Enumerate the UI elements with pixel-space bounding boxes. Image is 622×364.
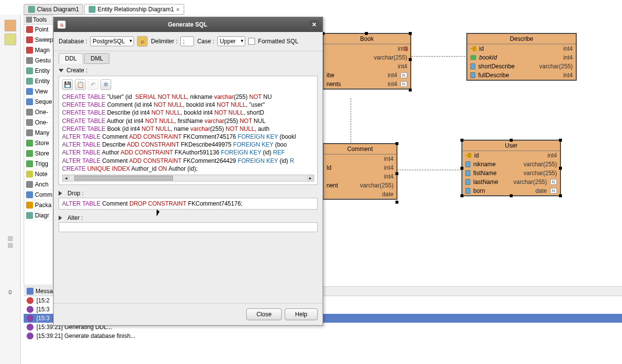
tool-label: View bbox=[35, 88, 48, 95]
horizontal-scrollbar[interactable]: ◂ ▸ bbox=[62, 175, 314, 182]
formatted-checkbox[interactable] bbox=[248, 38, 255, 45]
column-type: varchar(255) bbox=[513, 179, 547, 185]
close-button[interactable]: Close bbox=[246, 308, 282, 320]
tool-item[interactable]: Magn bbox=[24, 45, 53, 56]
alter-sql-textarea[interactable] bbox=[59, 222, 318, 232]
sidebar-icon[interactable] bbox=[4, 20, 16, 31]
copy-icon[interactable]: 📋 bbox=[75, 79, 86, 90]
entity-column[interactable]: nentsint4N bbox=[324, 80, 410, 89]
drop-sql-textarea[interactable]: ALTER TABLE Comment DROP CONSTRAINT FKCo… bbox=[59, 198, 318, 210]
entity-column[interactable]: nentvarchar(255) bbox=[324, 181, 396, 190]
tool-item[interactable]: Diagr bbox=[24, 211, 53, 221]
column-name: bookId bbox=[479, 54, 560, 61]
resize-handle[interactable] bbox=[409, 58, 412, 61]
dialog-titlebar[interactable]: ♨ Generate SQL ✕ bbox=[54, 17, 323, 32]
tool-item[interactable]: Anch bbox=[24, 180, 53, 190]
tool-item[interactable]: Sweep bbox=[24, 35, 53, 45]
resize-handle[interactable] bbox=[559, 194, 562, 197]
entity-column[interactable]: int4 bbox=[324, 44, 410, 53]
tool-item[interactable]: Entity bbox=[24, 76, 53, 87]
resize-handle[interactable] bbox=[510, 139, 513, 142]
tool-item[interactable]: View bbox=[24, 87, 53, 97]
entity-column[interactable]: int4 bbox=[324, 172, 396, 181]
resize-handle[interactable] bbox=[395, 201, 398, 204]
tool-item[interactable]: Entity bbox=[24, 66, 53, 76]
tab-class-diagram[interactable]: Class Diagram1 bbox=[24, 4, 83, 15]
tool-item[interactable]: Store bbox=[24, 149, 53, 159]
entity-column[interactable]: varchar(255) bbox=[324, 53, 410, 62]
db-icon-button[interactable]: ⌕ bbox=[137, 36, 148, 47]
resize-handle[interactable] bbox=[559, 167, 562, 170]
resize-handle[interactable] bbox=[460, 167, 463, 170]
scroll-left-icon[interactable]: ◂ bbox=[63, 175, 69, 181]
close-icon[interactable]: ✕ bbox=[310, 20, 319, 29]
scroll-thumb[interactable] bbox=[74, 176, 173, 181]
entity-column[interactable]: int4 bbox=[324, 154, 396, 163]
create-sql-textarea[interactable]: CREATE TABLE "User" (id SERIAL NOT NULL,… bbox=[62, 93, 314, 173]
entity-describe[interactable]: Describe idint4bookIdint4shortDescribeva… bbox=[467, 33, 576, 80]
save-icon[interactable]: 💾 bbox=[62, 79, 73, 90]
tool-label: Sweep bbox=[35, 36, 53, 43]
tool-item[interactable]: Store bbox=[24, 138, 53, 149]
tool-item[interactable]: Gestu bbox=[24, 56, 53, 66]
tool-item[interactable]: Point bbox=[24, 25, 53, 35]
entity-column[interactable]: Idint4 bbox=[324, 163, 396, 172]
entity-column[interactable]: idint4 bbox=[462, 151, 560, 160]
chevron-right-icon[interactable] bbox=[59, 191, 65, 196]
tool-item[interactable]: Many bbox=[24, 128, 53, 138]
sidebar-icon[interactable] bbox=[8, 243, 13, 248]
case-combo[interactable]: Upper bbox=[217, 36, 245, 46]
database-combo[interactable]: PostgreSQL bbox=[90, 36, 134, 46]
tool-item[interactable]: Note bbox=[24, 169, 53, 180]
column-icon bbox=[465, 188, 470, 194]
entity-column[interactable]: niknamevarchar(255) bbox=[462, 160, 560, 169]
resize-handle[interactable] bbox=[460, 139, 463, 142]
case-label: Case : bbox=[197, 38, 214, 45]
tab-dml[interactable]: DML bbox=[84, 53, 109, 64]
tab-er-diagram[interactable]: Entity Relationship Diagram1 ✕ bbox=[84, 4, 184, 15]
tool-item[interactable]: Trigg bbox=[24, 159, 53, 169]
resize-handle[interactable] bbox=[559, 139, 562, 142]
entity-book[interactable]: Book int4varchar(255)int4ibeint4Nnentsin… bbox=[323, 33, 411, 89]
resize-handle[interactable] bbox=[409, 32, 412, 35]
resize-handle[interactable] bbox=[460, 194, 463, 197]
entity-column[interactable]: date bbox=[324, 190, 396, 199]
column-name: Id bbox=[327, 164, 381, 171]
tool-item[interactable]: One- bbox=[24, 118, 53, 128]
entity-column[interactable]: fistNamevarchar(255) bbox=[462, 169, 560, 178]
entity-user[interactable]: User idint4niknamevarchar(255)fistNameva… bbox=[462, 140, 560, 196]
chevron-right-icon[interactable] bbox=[59, 215, 65, 220]
tool-item[interactable]: Packa bbox=[24, 200, 53, 211]
tool-label: Entity bbox=[35, 78, 50, 85]
column-type: int4 bbox=[563, 54, 573, 61]
entity-column[interactable]: lastNamevarchar(255)N bbox=[462, 178, 560, 186]
entity-column[interactable]: ibeint4N bbox=[324, 71, 410, 80]
resize-handle[interactable] bbox=[365, 32, 368, 35]
close-icon[interactable]: ✕ bbox=[176, 7, 180, 12]
entity-column[interactable]: fullDescribeint4 bbox=[467, 71, 576, 80]
scroll-right-icon[interactable]: ▸ bbox=[307, 175, 314, 181]
gear-icon[interactable]: ✲ bbox=[100, 79, 111, 90]
resize-handle[interactable] bbox=[510, 194, 513, 197]
delimiter-input[interactable]: ; bbox=[180, 36, 194, 46]
entity-column[interactable]: shortDescribevarchar(255) bbox=[467, 62, 576, 71]
tab-ddl[interactable]: DDL bbox=[59, 53, 83, 64]
resize-handle[interactable] bbox=[409, 89, 412, 91]
undo-icon[interactable]: ↶ bbox=[88, 79, 98, 90]
message-row[interactable]: [15:39:21] Generate database finish... bbox=[24, 332, 622, 340]
resize-handle[interactable] bbox=[395, 142, 398, 145]
tool-item[interactable]: One- bbox=[24, 107, 53, 118]
tool-item[interactable]: Seque bbox=[24, 97, 53, 107]
resize-handle[interactable] bbox=[395, 172, 398, 175]
tool-label: One- bbox=[35, 109, 48, 116]
sidebar-icon[interactable] bbox=[8, 236, 13, 241]
tool-item[interactable]: Comm bbox=[24, 190, 53, 200]
entity-column[interactable]: int4 bbox=[324, 62, 410, 71]
sidebar-icon[interactable] bbox=[4, 33, 16, 45]
entity-comment[interactable]: Comment int4Idint4int4nentvarchar(255)da… bbox=[323, 144, 397, 199]
entity-column[interactable]: idint4 bbox=[467, 44, 576, 53]
help-button[interactable]: Help bbox=[285, 308, 318, 320]
entity-column[interactable]: bookIdint4 bbox=[467, 53, 576, 62]
chevron-down-icon[interactable] bbox=[59, 69, 64, 72]
column-name: fullDescribe bbox=[478, 72, 560, 79]
